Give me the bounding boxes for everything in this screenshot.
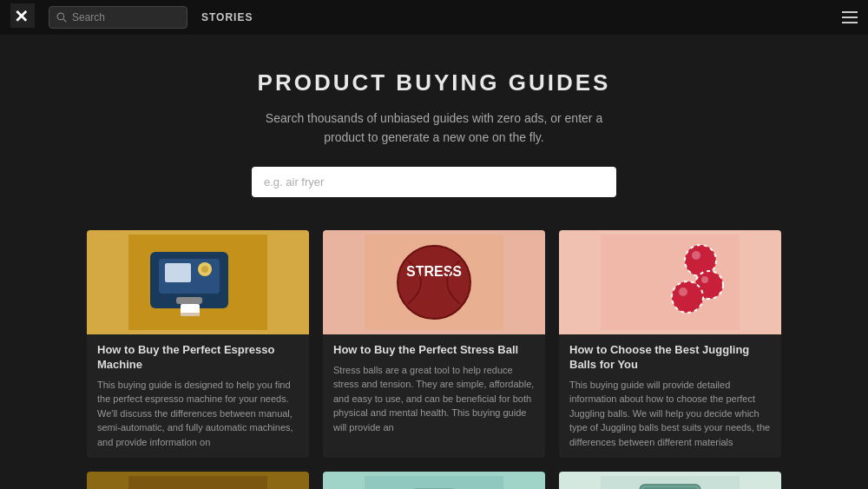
card-desc-stress: Stress balls are a great tool to help re… [333, 363, 535, 435]
card-juggling[interactable]: How to Choose the Best Juggling Balls fo… [559, 230, 781, 458]
card-air-purifier[interactable]: Everything You Need to Know Before Buyin… [323, 472, 545, 489]
svg-point-25 [701, 276, 708, 283]
svg-point-26 [679, 287, 687, 296]
hero-section: PRODUCT BUYING GUIDES Search thousands o… [0, 35, 868, 221]
card-image-airpurifier [323, 472, 545, 489]
svg-rect-38 [365, 476, 503, 489]
hero-subtitle: Search thousands of unbiased guides with… [252, 109, 616, 148]
card-title-juggling: How to Choose the Best Juggling Balls fo… [569, 343, 771, 373]
navbar: ✕ STORIES [0, 0, 868, 35]
card-title-espresso: How to Buy the Perfect Espresso Machine [97, 343, 299, 373]
card-desc-espresso: This buying guide is designed to help yo… [97, 378, 299, 450]
card-image-stress: STRESS [323, 230, 545, 334]
svg-rect-12 [181, 313, 200, 316]
navbar-stories-link[interactable]: STORIES [201, 11, 253, 23]
card-body-espresso: How to Buy the Perfect Espresso Machine … [87, 334, 309, 458]
hamburger-menu[interactable] [842, 11, 858, 23]
card-lumbar[interactable]: How to Choose the Right Lumbar Pillow A … [87, 472, 309, 489]
hamburger-line-2 [842, 17, 858, 18]
search-icon [56, 12, 67, 23]
cards-grid: How to Buy the Perfect Espresso Machine … [87, 230, 781, 489]
svg-rect-27 [128, 476, 267, 489]
navbar-search-input[interactable] [72, 11, 180, 23]
card-espresso[interactable]: How to Buy the Perfect Espresso Machine … [87, 230, 309, 458]
svg-line-3 [63, 19, 66, 22]
card-body-stress: How to Buy the Perfect Stress Ball Stres… [323, 334, 545, 443]
svg-rect-10 [176, 297, 202, 304]
card-title-stress: How to Buy the Perfect Stress Ball [333, 343, 535, 358]
card-image-lumbar [87, 472, 309, 489]
hero-title: PRODUCT BUYING GUIDES [17, 69, 851, 96]
card-stress-ball[interactable]: STRESS How to Buy the Perfect Stress Bal… [323, 230, 545, 458]
card-desc-juggling: This buying guide will provide detailed … [569, 378, 771, 450]
hero-search-input[interactable] [252, 167, 616, 197]
svg-point-24 [692, 251, 700, 260]
card-image-minifridge [559, 472, 781, 489]
cards-grid-section: How to Buy the Perfect Espresso Machine … [0, 221, 868, 489]
svg-text:✕: ✕ [14, 7, 29, 26]
svg-rect-7 [165, 263, 191, 282]
svg-point-2 [57, 13, 64, 20]
navbar-search-bar[interactable] [49, 6, 187, 29]
logo[interactable]: ✕ [10, 3, 35, 31]
hamburger-line-1 [842, 11, 858, 13]
card-image-espresso [87, 230, 309, 334]
card-mini-fridge[interactable]: How to Choose the Right Mini Fridge for … [559, 472, 781, 489]
card-image-juggling [559, 230, 781, 334]
svg-point-9 [201, 266, 208, 273]
card-body-juggling: How to Choose the Best Juggling Balls fo… [559, 334, 781, 458]
hamburger-line-3 [842, 22, 858, 23]
